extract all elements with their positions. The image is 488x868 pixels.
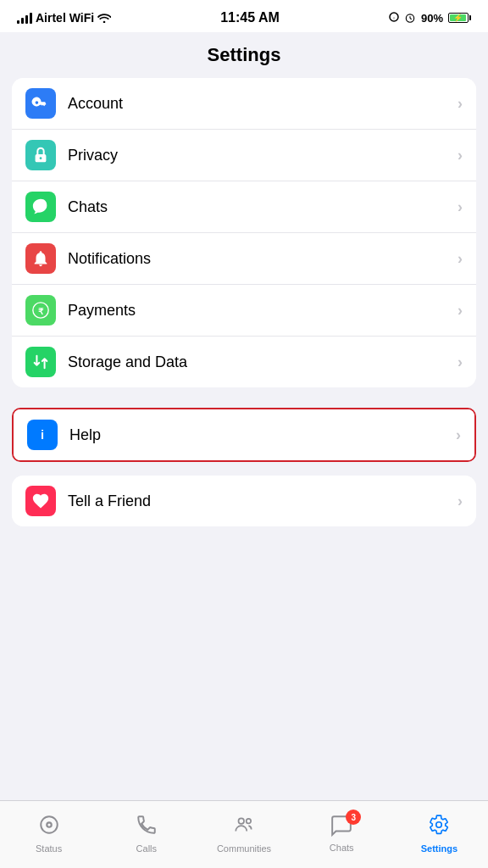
calls-tab-icon: [136, 814, 158, 841]
chats-settings-label: Chats: [68, 198, 458, 216]
privacy-label: Privacy: [68, 147, 458, 164]
battery-icon: ⚡: [448, 13, 471, 23]
signal-icon: [17, 12, 32, 24]
tab-bar: Status Calls Communities 3: [0, 800, 488, 868]
battery-percent: 90%: [421, 12, 443, 25]
help-icon-bg: i: [27, 420, 58, 450]
page-content: Account › Privacy › Chats ›: [0, 78, 488, 868]
chats-chevron: ›: [458, 198, 463, 216]
privacy-icon-bg: [25, 140, 56, 170]
tab-communities[interactable]: Communities: [195, 807, 292, 854]
chats-row[interactable]: Chats ›: [12, 181, 476, 233]
settings-tab-label: Settings: [421, 843, 458, 854]
calls-tab-label: Calls: [136, 843, 157, 854]
lock-rotation-icon: ○: [389, 12, 399, 24]
payments-icon-bg: ₹: [25, 295, 56, 326]
privacy-chevron: ›: [458, 147, 463, 164]
heart-icon: [31, 492, 50, 510]
chats-badge-container: 3: [330, 815, 352, 840]
svg-text:i: i: [41, 428, 44, 442]
svg-text:₹: ₹: [38, 307, 44, 316]
svg-point-14: [239, 818, 245, 824]
payments-label: Payments: [68, 302, 458, 320]
help-section: i Help ›: [12, 408, 476, 462]
chats-tab-label: Chats: [330, 843, 354, 853]
svg-point-15: [247, 819, 251, 823]
settings-tab-icon: [428, 814, 450, 841]
help-row[interactable]: i Help ›: [14, 409, 474, 460]
svg-line-4: [410, 19, 412, 19]
account-row[interactable]: Account ›: [12, 78, 476, 130]
svg-text:○: ○: [392, 15, 395, 20]
storage-chevron: ›: [458, 353, 463, 371]
storage-row[interactable]: Storage and Data ›: [12, 337, 476, 387]
help-chevron: ›: [456, 426, 461, 444]
svg-point-16: [436, 822, 442, 828]
tab-settings[interactable]: Settings: [391, 807, 488, 854]
status-left: Airtel WiFi: [17, 11, 111, 25]
lock-icon: [31, 146, 50, 164]
communities-tab-icon: [233, 814, 255, 841]
chats-badge: 3: [346, 810, 361, 825]
carrier-label: Airtel WiFi: [36, 11, 94, 25]
tab-calls[interactable]: Calls: [97, 807, 195, 854]
svg-point-13: [47, 823, 50, 826]
status-tab-label: Status: [36, 843, 62, 854]
communities-tab-label: Communities: [217, 843, 271, 854]
account-chevron: ›: [458, 95, 463, 113]
key-icon: [31, 94, 50, 113]
tell-row[interactable]: Tell a Friend ›: [12, 476, 476, 526]
page-title: Settings: [0, 44, 488, 66]
notifications-icon-bg: [25, 243, 56, 274]
notifications-chevron: ›: [458, 250, 463, 268]
notifications-label: Notifications: [68, 250, 458, 268]
help-label: Help: [69, 426, 456, 444]
info-icon: i: [33, 426, 52, 444]
storage-icon-bg: [25, 347, 56, 377]
rupee-icon: ₹: [31, 301, 50, 320]
status-time: 11:45 AM: [220, 10, 280, 25]
payments-chevron: ›: [458, 302, 463, 320]
alarm-icon: [404, 12, 416, 24]
status-right: ○ 90% ⚡: [389, 12, 471, 25]
page-header: Settings: [0, 32, 488, 78]
status-tab-icon: [38, 814, 60, 841]
chats-icon-bg: [25, 192, 56, 222]
storage-label: Storage and Data: [68, 353, 458, 371]
tell-icon-bg: [25, 486, 56, 516]
tab-status[interactable]: Status: [0, 807, 97, 854]
privacy-row[interactable]: Privacy ›: [12, 130, 476, 181]
tell-section: Tell a Friend ›: [12, 476, 476, 526]
help-highlight-border: i Help ›: [12, 408, 476, 462]
wifi-icon: [97, 13, 111, 23]
tell-label: Tell a Friend: [68, 492, 458, 510]
tell-chevron: ›: [458, 492, 463, 510]
arrows-icon: [31, 353, 50, 371]
chat-icon: [31, 198, 50, 216]
notifications-row[interactable]: Notifications ›: [12, 233, 476, 285]
status-bar: Airtel WiFi 11:45 AM ○ 90% ⚡: [0, 0, 488, 32]
bell-icon: [31, 249, 50, 268]
account-label: Account: [68, 95, 458, 113]
account-icon-bg: [25, 88, 56, 119]
svg-point-6: [40, 157, 42, 159]
tab-chats[interactable]: 3 Chats: [293, 808, 391, 853]
main-settings-section: Account › Privacy › Chats ›: [12, 78, 476, 387]
payments-row[interactable]: ₹ Payments ›: [12, 285, 476, 337]
